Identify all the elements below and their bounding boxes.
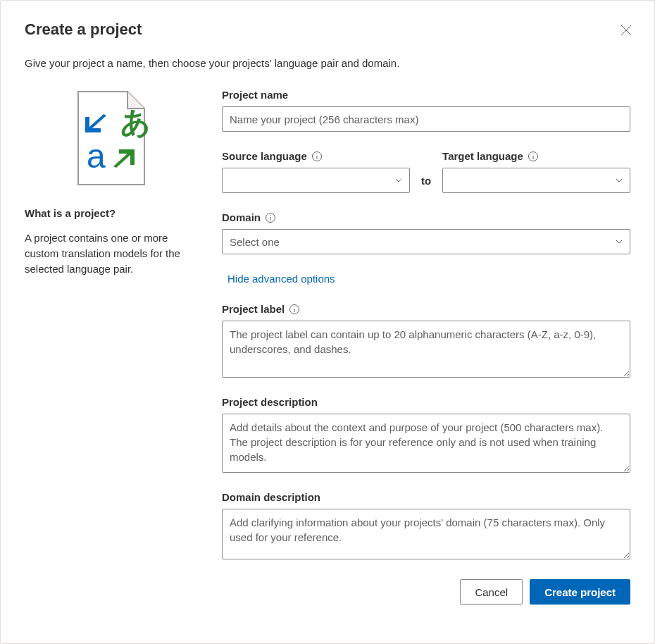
dialog-header: Create a project: [25, 18, 630, 44]
project-name-input[interactable]: [222, 106, 630, 132]
svg-text:a: a: [87, 137, 106, 175]
svg-point-6: [316, 154, 317, 154]
svg-point-9: [532, 154, 533, 154]
project-label-input[interactable]: [222, 321, 630, 378]
info-icon[interactable]: [289, 304, 300, 315]
side-body: A project contains one or more custom tr…: [25, 230, 198, 276]
project-description-label: Project description: [222, 396, 630, 408]
form-panel: Project name Source language: [222, 89, 630, 605]
side-illustration: あ a: [25, 89, 198, 187]
svg-point-12: [270, 215, 270, 216]
info-icon[interactable]: [265, 212, 276, 223]
cancel-button[interactable]: Cancel: [460, 579, 523, 605]
create-project-button[interactable]: Create project: [530, 579, 630, 605]
project-name-label: Project name: [222, 89, 630, 101]
svg-text:あ: あ: [120, 106, 150, 139]
advanced-options-toggle[interactable]: Hide advanced options: [227, 273, 335, 285]
language-pair-row: Source language to Target language: [222, 150, 630, 193]
info-icon[interactable]: [528, 151, 539, 162]
project-label-label: Project label: [222, 303, 630, 315]
source-language-select[interactable]: [222, 168, 410, 193]
domain-select[interactable]: Select one: [222, 229, 630, 254]
side-heading: What is a project?: [25, 207, 198, 219]
info-icon[interactable]: [311, 151, 323, 162]
dialog-title: Create a project: [25, 20, 142, 39]
close-icon: [620, 25, 632, 36]
source-language-label: Source language: [222, 150, 410, 162]
target-language-select[interactable]: [442, 168, 630, 193]
dialog-footer: Cancel Create project: [222, 579, 630, 605]
create-project-dialog: Create a project Give your project a nam…: [0, 0, 655, 644]
domain-description-input[interactable]: [222, 509, 630, 559]
dialog-content: あ a What is a project? A project contain…: [25, 89, 630, 605]
target-language-label: Target language: [442, 150, 630, 162]
to-separator: to: [421, 175, 431, 193]
dialog-subtitle: Give your project a name, then choose yo…: [25, 57, 630, 69]
close-button[interactable]: [618, 22, 635, 39]
translator-document-icon: あ a: [73, 89, 150, 187]
side-panel: あ a What is a project? A project contain…: [25, 89, 198, 605]
project-description-input[interactable]: [222, 414, 630, 473]
domain-description-label: Domain description: [222, 491, 630, 503]
domain-label: Domain: [222, 211, 630, 223]
svg-point-15: [294, 306, 295, 307]
